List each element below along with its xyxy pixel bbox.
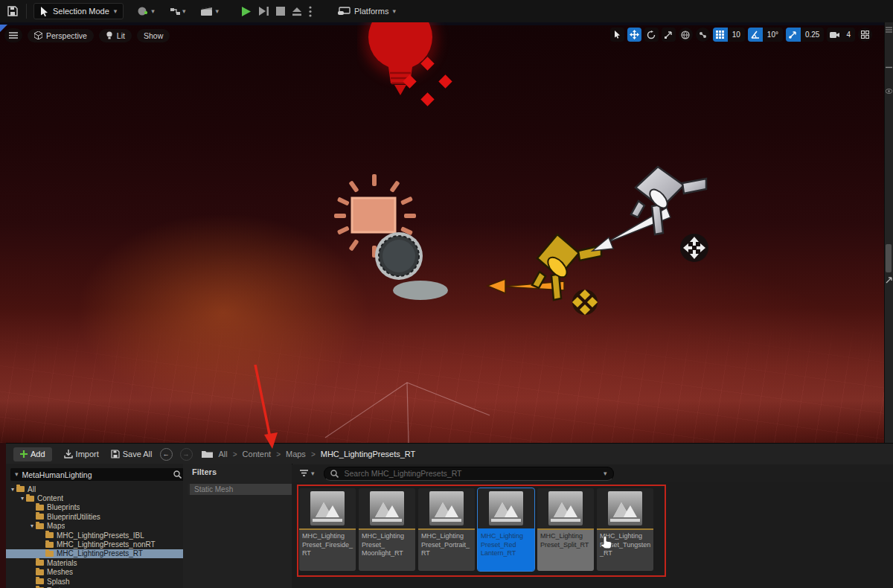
breadcrumb-item-All[interactable]: All	[219, 450, 228, 458]
move-gizmo-yellow[interactable]	[572, 290, 598, 315]
asset-label: MHC_Lighting Preset_Red Lantern_RT	[478, 530, 534, 571]
tree-item-label: BlueprintUtilities	[47, 513, 100, 521]
scale-snap-icon[interactable]	[786, 28, 801, 42]
scale-snap-control[interactable]: 0.25	[786, 28, 824, 42]
breadcrumb-item-MHC_LightingPresets_RT[interactable]: MHC_LightingPresets_RT	[321, 450, 416, 458]
sidebar-expand-icon[interactable]	[886, 277, 892, 284]
tree-item-Meshes[interactable]: Meshes	[6, 568, 183, 577]
add-button[interactable]: Add	[13, 447, 52, 461]
tree-item-All[interactable]: ▾All	[6, 485, 183, 493]
rotation-snap-value[interactable]: 10°	[763, 31, 783, 39]
move-gizmo-red[interactable]	[402, 56, 454, 108]
white-spot-light-actor[interactable]	[586, 165, 724, 269]
chevron-down-icon[interactable]: ▾	[604, 470, 607, 477]
source-collection-dropdown[interactable]: ▾ MetaHumanLighting	[10, 468, 186, 481]
rotation-snap-icon[interactable]	[748, 28, 763, 42]
asset-tile-MHC_LightingPreset_Split_RT[interactable]: MHC_Lighting Preset_Split_RT	[537, 488, 594, 571]
save-all-icon	[111, 450, 120, 458]
chevron-down-icon: ▾	[392, 8, 396, 15]
tree-item-MHC_LightingPresets_nonRT[interactable]: MHC_LightingPresets_nonRT	[6, 540, 183, 549]
grid-snap-value[interactable]: 10	[728, 31, 745, 39]
move-gizmo-white[interactable]	[680, 234, 708, 262]
show-dropdown[interactable]: Show	[137, 29, 170, 42]
select-tool[interactable]	[610, 28, 624, 42]
world-local-toggle[interactable]	[679, 28, 693, 42]
search-input[interactable]	[343, 468, 599, 479]
add-actor-dropdown[interactable]: ▾	[134, 3, 158, 19]
tree-item-Maps[interactable]: ▾Maps	[6, 522, 183, 531]
filter-chip-label: Static Mesh	[194, 485, 233, 493]
asset-tile-MHC_LightingPreset_Portrait_RT[interactable]: MHC_Lighting Preset_Portrait_ RT	[418, 488, 475, 571]
camera-speed-value[interactable]: 4	[842, 31, 855, 39]
tree-item-BlueprintUtilities[interactable]: BlueprintUtilities	[6, 512, 183, 521]
tree-item-MHC_LightingPresets_IBL[interactable]: MHC_LightingPresets_IBL	[6, 531, 183, 540]
level-thumbnail	[537, 488, 594, 528]
tree-item-label: Maps	[47, 522, 65, 530]
grid-snap-icon[interactable]	[713, 28, 728, 42]
tree-item-MHC_LightingPresets_RT[interactable]: MHC_LightingPresets_RT	[6, 549, 183, 558]
save-all-button[interactable]: Save All	[111, 450, 153, 458]
viewport-3d[interactable]: Perspective Lit Show 10 10°	[0, 22, 884, 443]
chevron-down-icon: ▾	[182, 8, 186, 15]
viewport-options-menu[interactable]	[4, 28, 22, 42]
caret-down-icon[interactable]: ▾	[9, 486, 16, 493]
rotation-snap-control[interactable]: 10°	[748, 28, 783, 42]
scale-snap-value[interactable]: 0.25	[801, 31, 824, 39]
perspective-dropdown[interactable]: Perspective	[28, 29, 94, 42]
tree-item-label: Materials	[47, 559, 77, 567]
rotate-tool[interactable]	[644, 28, 659, 42]
lit-dropdown[interactable]: Lit	[99, 29, 132, 42]
window-edge	[0, 443, 6, 588]
search-icon[interactable]	[173, 470, 182, 479]
move-tool[interactable]	[627, 28, 641, 42]
breadcrumb-separator-icon: >	[233, 450, 237, 458]
collapsed-sidebar[interactable]	[884, 22, 893, 443]
sphere-reflection-capture-actor[interactable]	[368, 229, 458, 304]
breadcrumb-item-Content[interactable]: Content	[243, 450, 272, 458]
camera-speed-icon[interactable]	[827, 28, 842, 42]
tree-item-Splash[interactable]: Splash	[6, 577, 183, 586]
forward-button[interactable]: →	[180, 448, 193, 461]
eject-button[interactable]	[292, 7, 302, 16]
tree-item-Blueprints[interactable]: Blueprints	[6, 503, 183, 512]
frame-skip-button[interactable]	[258, 6, 269, 16]
level-thumbnail	[299, 488, 356, 528]
tree-item-Content[interactable]: ▾Content	[6, 493, 183, 502]
back-button[interactable]: ←	[160, 448, 173, 461]
chevron-down-icon: ▾	[15, 471, 19, 478]
sidebar-scrollbar[interactable]	[886, 244, 892, 272]
camera-speed-control[interactable]: 4	[827, 28, 855, 42]
stop-button[interactable]	[276, 7, 285, 16]
save-all-label: Save All	[123, 450, 153, 458]
surface-snapping-toggle[interactable]	[696, 28, 710, 42]
asset-tile-MHC_LightingPreset_Moonlight_RT[interactable]: MHC_Lighting Preset_ Moonlight_RT	[359, 488, 415, 571]
tree-item-Materials[interactable]: Materials	[6, 558, 183, 567]
asset-search-box[interactable]: ▾	[324, 467, 614, 481]
platforms-dropdown[interactable]: Platforms ▾	[337, 7, 396, 16]
filters-panel	[183, 464, 292, 588]
filter-dropdown[interactable]: ▾	[299, 470, 315, 478]
level-thumbnail	[359, 488, 415, 528]
filter-chip-static-mesh[interactable]: Static Mesh	[188, 484, 297, 495]
caret-down-icon[interactable]: ▾	[28, 523, 36, 529]
add-label: Add	[31, 450, 45, 458]
play-options-menu[interactable]	[309, 6, 312, 17]
asset-tile-MHC_LightingPreset_Tungsten_RT[interactable]: MHC_Lighting Preset_Tungsten _RT	[597, 488, 653, 571]
import-button[interactable]: Import	[64, 450, 99, 458]
save-icon[interactable]	[3, 3, 22, 19]
caret-down-icon[interactable]: ▾	[19, 495, 26, 502]
selection-mode-dropdown[interactable]: Selection Mode ▾	[33, 3, 124, 19]
folder-icon	[45, 551, 54, 557]
cinematics-dropdown[interactable]: ▾	[197, 3, 222, 19]
blueprints-dropdown[interactable]: ▾	[167, 3, 189, 19]
maximize-viewport-button[interactable]	[858, 28, 872, 42]
scale-tool[interactable]	[662, 28, 676, 42]
plus-icon	[20, 450, 28, 458]
play-button[interactable]	[241, 6, 252, 17]
asset-tile-MHC_LightingPreset_RedLantern_RT[interactable]: MHC_Lighting Preset_Red Lantern_RT	[478, 488, 534, 571]
asset-tile-MHC_LightingPreset_Fireside_RT[interactable]: MHC_Lighting Preset_Fireside_ RT	[299, 488, 356, 571]
grid-snap-control[interactable]: 10	[713, 28, 745, 42]
add-actor-icon	[137, 6, 150, 17]
folder-icon	[36, 578, 44, 584]
breadcrumb-item-Maps[interactable]: Maps	[286, 450, 306, 458]
